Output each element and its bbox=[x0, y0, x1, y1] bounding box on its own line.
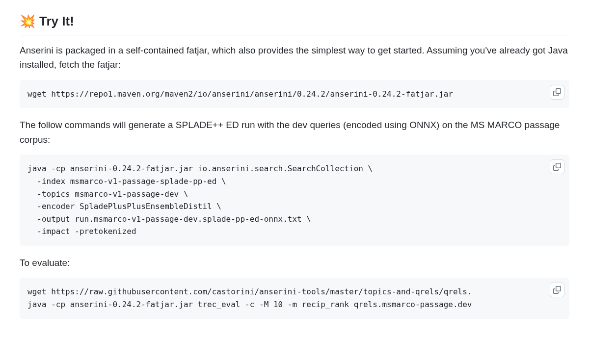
splade-paragraph: The follow commands will generate a SPLA… bbox=[20, 118, 569, 147]
copy-button[interactable] bbox=[550, 85, 564, 100]
code-content: wget https://raw.githubusercontent.com/c… bbox=[27, 286, 562, 311]
section-heading: 💥 Try It! bbox=[20, 12, 569, 35]
copy-icon bbox=[553, 163, 561, 171]
copy-icon bbox=[553, 88, 561, 96]
copy-button[interactable] bbox=[550, 283, 564, 297]
code-content: wget https://repo1.maven.org/maven2/io/a… bbox=[27, 88, 562, 101]
collision-icon: 💥 bbox=[20, 12, 35, 31]
code-block-java: java -cp anserini-0.24.2-fatjar.jar io.a… bbox=[20, 155, 569, 246]
copy-icon bbox=[553, 286, 561, 294]
heading-text: Try It! bbox=[39, 12, 74, 31]
code-block-wget: wget https://repo1.maven.org/maven2/io/a… bbox=[20, 80, 569, 108]
code-block-eval: wget https://raw.githubusercontent.com/c… bbox=[20, 278, 569, 318]
intro-paragraph: Anserini is packaged in a self-contained… bbox=[20, 43, 569, 72]
evaluate-paragraph: To evaluate: bbox=[20, 256, 569, 270]
copy-button[interactable] bbox=[550, 159, 564, 174]
code-content: java -cp anserini-0.24.2-fatjar.jar io.a… bbox=[27, 162, 562, 238]
